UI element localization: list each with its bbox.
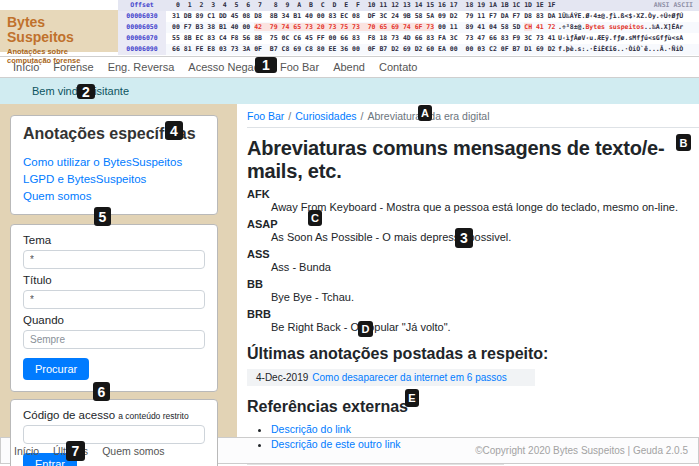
abbr-definition: Bye Bye - Tchau.: [271, 291, 699, 303]
hex-ascii: 1Û‰ÁÝE.Ø‹4±@.ƒì.ß<$›XZ.Òy.÷Ú÷ØƒÚ: [554, 11, 699, 22]
nav-item-abend[interactable]: Abend: [333, 61, 365, 73]
annotation-badge-C: C: [308, 210, 322, 226]
page-header: Bytes Suspeitos Anotações sobre computaç…: [0, 0, 699, 56]
hex-column-headers: 0 1 2 3 4 5 6 7 8 9 A B C D E F 10 11 12…: [166, 0, 554, 11]
sidebar: Anotações específicas Como utilizar o By…: [0, 104, 237, 437]
tema-input[interactable]: [23, 250, 205, 269]
nav-item-foo-bar[interactable]: Foo Bar: [280, 61, 319, 73]
breadcrumb-foo-bar[interactable]: Foo Bar: [247, 110, 284, 122]
specific-notes-panel: Anotações específicas Como utilizar o By…: [10, 115, 218, 215]
highlighted-bytes: CH: [524, 23, 532, 31]
annotation-badge-1: 1: [255, 57, 277, 73]
annotation-badge-7: 7: [66, 441, 85, 461]
hex-row: 00006050 00 F7 B3 38 B1 40 00 42 79 74 6…: [118, 22, 699, 33]
nav-item-eng-reversa[interactable]: Eng. Reversa: [108, 61, 175, 73]
search-form-panel: Tema Título Quando Procurar: [10, 224, 218, 392]
welcome-banner: Bem vindo Visitante: [0, 78, 699, 104]
hex-offset: 00006090: [118, 44, 166, 55]
annotation-badge-A: A: [418, 105, 432, 121]
hex-bytes: 66 81 FE E8 03 73 3A 0F B7 C8 69 C8 80 E…: [166, 44, 554, 55]
page-title: Abreviaturas comuns mensagens de texto/e…: [247, 137, 699, 183]
annotation-badge-2: 2: [77, 84, 95, 99]
hex-offset: 00006050: [118, 22, 166, 33]
access-code-label: Código de acesso a conteúdo restrito: [23, 409, 205, 421]
reference-link-1[interactable]: Descrição do link: [271, 423, 351, 435]
hex-bytes: 55 8B EC 83 C4 F8 56 8B 75 0C C6 45 FF 0…: [166, 33, 554, 44]
abbr-term: BRB: [247, 308, 699, 320]
hex-dump-panel: Offset 0 1 2 3 4 5 6 7 8 9 A B C D E F 1…: [118, 0, 699, 56]
quando-label: Quando: [23, 314, 205, 326]
breadcrumb-separator: /: [288, 110, 291, 122]
divider: [247, 464, 504, 465]
nav-item-forense[interactable]: Forense: [53, 61, 93, 73]
annotation-badge-E: E: [405, 389, 419, 407]
site-logo: Bytes Suspeitos Anotações sobre computaç…: [0, 10, 118, 52]
hex-row: 00006070 55 8B EC 83 C4 F8 56 8B 75 0C C…: [118, 33, 699, 44]
hex-row: 00006030 31 DB 89 C1 DD 45 08 D8 8B 34 B…: [118, 11, 699, 22]
breadcrumb: Foo Bar/Curiosidades/Abreviaturas da era…: [247, 104, 699, 128]
abbr-term: BB: [247, 278, 699, 290]
hex-row: 00006090 66 81 FE E8 03 73 3A 0F B7 C8 6…: [118, 44, 699, 55]
list-item: Descrição do link: [271, 422, 699, 437]
nav-item-contato[interactable]: Contato: [379, 61, 418, 73]
sidebar-link-quem-somos[interactable]: Quem somos: [23, 188, 205, 205]
site-title: Bytes Suspeitos: [7, 15, 112, 45]
external-references-heading: Referências externas: [247, 398, 699, 416]
abbr-definition: Away From Keyboard - Mostra que a pessoa…: [271, 201, 699, 213]
hex-offset: 00006070: [118, 33, 166, 44]
nav-item-inicio[interactable]: Início: [13, 61, 39, 73]
annotation-badge-B: B: [676, 134, 691, 151]
quando-input[interactable]: [23, 330, 205, 349]
breadcrumb-separator: /: [361, 110, 364, 122]
abbr-definition: Be Right Back - O popular "Já volto".: [271, 321, 699, 333]
footer-link-inicio[interactable]: Início: [14, 445, 39, 457]
annotation-badge-4: 4: [165, 121, 183, 140]
titulo-input[interactable]: [23, 290, 205, 309]
latest-notes-heading: Últimas anotações postadas a respeito:: [247, 345, 699, 363]
procurar-button[interactable]: Procurar: [23, 358, 89, 380]
copyright-text: ©Copyright 2020 Bytes Suspeitos | Geuda …: [475, 445, 688, 456]
hex-offset: 00006030: [118, 11, 166, 22]
hex-bytes: 31 DB 89 C1 DD 45 08 D8 8B 34 B1 40 00 8…: [166, 11, 554, 22]
hex-bytes: 00 F7 B3 38 B1 40 00 42 79 74 65 73 20 7…: [166, 22, 554, 33]
main-content: Foo Bar/Curiosidades/Abreviaturas da era…: [237, 104, 699, 437]
hex-ascii: .÷³8±@.Bytes suspeitos..‰A.X]ÉAr: [554, 22, 699, 33]
abbr-term: ASS: [247, 248, 699, 260]
breadcrumb-curiosidades[interactable]: Curiosidades: [295, 110, 356, 122]
highlighted-ascii: Bytes suspeitos: [585, 23, 644, 31]
latest-note-link[interactable]: Como desaparecer da internet em 6 passos: [312, 372, 507, 383]
latest-note-date: 4-Dec-2019: [256, 372, 308, 383]
tema-label: Tema: [23, 234, 205, 246]
hex-offset-header: Offset: [118, 0, 166, 11]
reference-link-2[interactable]: Descrição de este outro link: [271, 438, 401, 450]
hex-ascii: U‹ìƒÄøV‹u.ÆEÿ.fƒø.sMfƒú<sGfƒù<sA: [554, 33, 699, 44]
abbr-term: AFK: [247, 188, 699, 200]
titulo-label: Título: [23, 274, 205, 286]
abbr-definition: As Soon As Possible - O mais depressa po…: [271, 231, 699, 243]
abbr-definition: Ass - Bunda: [271, 261, 699, 273]
logo-area: Bytes Suspeitos Anotações sobre computaç…: [0, 0, 118, 56]
footer-links: Início Últimos Quem somos: [14, 445, 165, 457]
annotation-badge-5: 5: [94, 207, 111, 226]
access-code-input[interactable]: [23, 425, 205, 444]
latest-note-row: 4-Dec-2019Como desaparecer da internet e…: [247, 369, 535, 386]
sidebar-link-como-utilizar[interactable]: Como utilizar o BytesSuspeitos: [23, 154, 205, 171]
footer-link-quem-somos[interactable]: Quem somos: [102, 445, 164, 457]
ansi-ascii-label: ANSI ASCII: [554, 0, 699, 11]
annotation-badge-6: 6: [93, 382, 110, 401]
annotation-badge-3: 3: [455, 228, 473, 248]
hex-ascii: f.þè.s:.·ÈiÈ€î6..·ÒiÒ`ê...Â.·ÑiÒ: [554, 44, 699, 55]
annotation-badge-D: D: [358, 321, 373, 337]
hex-header-row: Offset 0 1 2 3 4 5 6 7 8 9 A B C D E F 1…: [118, 0, 699, 11]
highlighted-bytes: 42 79 74 65 73 20 73 75 73 70 65 69 74 6…: [254, 23, 434, 31]
sidebar-link-lgpd[interactable]: LGPD e BytesSuspeitos: [23, 171, 205, 188]
